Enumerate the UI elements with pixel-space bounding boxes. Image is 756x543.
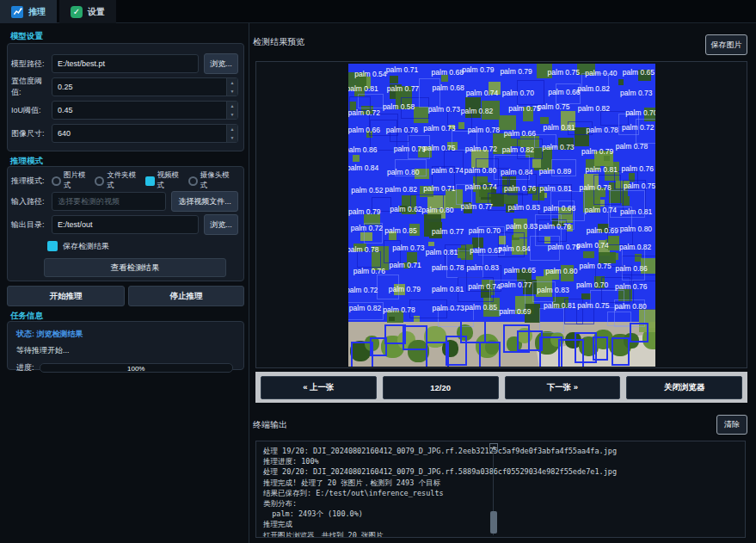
terminal-output[interactable]: 处理 19/20: DJI_20240802160412_0079_D_JPG.…: [255, 441, 746, 538]
terminal-scrollbar-button[interactable]: [489, 443, 498, 452]
detection-label: palm 0.81: [544, 301, 575, 310]
detection-label: palm 0.78: [348, 245, 378, 254]
detection-label: palm 0.68: [544, 204, 575, 213]
mode-option-2[interactable]: 视频模式: [145, 170, 184, 191]
detection-label: palm 0.66: [504, 129, 536, 138]
confidence-spinner[interactable]: ▲▼: [226, 78, 237, 96]
detection-label: palm 0.79: [581, 147, 613, 156]
detection-label: palm 0.72: [348, 108, 380, 117]
input-path-input[interactable]: [52, 192, 166, 211]
detection-label: palm 0.75: [423, 144, 455, 152]
tab-settings[interactable]: ✓ 设置: [59, 0, 116, 23]
confidence-input[interactable]: [52, 77, 238, 96]
image-index-button[interactable]: 12/20: [383, 376, 499, 399]
detection-label: palm 0.81: [432, 285, 464, 293]
detection-box: [419, 78, 440, 108]
detection-label: palm 0.76: [622, 164, 654, 173]
terminal-scrollbar-thumb[interactable]: [490, 511, 497, 534]
mode-option-1[interactable]: 文件夹模式: [95, 170, 140, 191]
detection-label: palm 0.70: [625, 108, 655, 117]
detection-label: palm 0.70: [576, 281, 608, 289]
detection-label: palm 0.80: [545, 267, 577, 275]
output-browse-button[interactable]: 浏览...: [204, 214, 238, 235]
spinner-down-icon[interactable]: ▼: [227, 87, 237, 96]
detection-label: palm 0.68: [432, 68, 464, 77]
spinner-up-icon[interactable]: ▲: [227, 102, 237, 110]
model-settings-group: 模型路径: 浏览... 置信度阈值: ▲▼ IoU阈值: ▲▼ 图像尺寸:: [7, 43, 244, 151]
spinner-up-icon[interactable]: ▲: [227, 125, 237, 133]
model-browse-button[interactable]: 浏览...: [204, 53, 238, 74]
detection-label: palm 0.77: [387, 84, 419, 93]
detection-label: palm 0.52: [351, 186, 383, 194]
detection-label: palm 0.71: [389, 261, 421, 269]
detection-label: palm 0.70: [469, 226, 501, 235]
imgsz-spinner[interactable]: ▲▼: [226, 125, 237, 142]
detection-label: palm 0.67: [470, 246, 501, 255]
spinner-up-icon[interactable]: ▲: [227, 78, 237, 87]
clear-terminal-button[interactable]: 清除: [716, 415, 747, 435]
detection-label: palm 0.73: [432, 304, 464, 312]
detection-label: palm 0.79: [500, 67, 532, 76]
spinner-down-icon[interactable]: ▼: [227, 133, 237, 142]
model-path-input[interactable]: [52, 54, 199, 73]
palm-canopy-patch: [583, 251, 594, 258]
detection-label: palm 0.73: [392, 244, 424, 252]
detection-label: palm 0.40: [585, 69, 617, 77]
view-results-button[interactable]: 查看检测结果: [44, 258, 226, 277]
select-video-button[interactable]: 选择视频文件...: [171, 191, 238, 212]
detection-label: palm 0.80: [421, 206, 453, 214]
detection-label: palm 0.83: [508, 203, 540, 212]
next-image-button[interactable]: 下一张 »: [505, 376, 621, 399]
save-results-checkbox[interactable]: [47, 241, 58, 251]
progress-label: 进度:: [16, 362, 34, 373]
radio-selected-icon[interactable]: [145, 176, 155, 186]
detection-label: palm 0.82: [385, 185, 417, 194]
detection-label: palm 0.83: [537, 286, 569, 294]
start-inference-button[interactable]: 开始推理: [7, 286, 125, 306]
detection-label: palm 0.82: [349, 304, 381, 312]
detection-label: palm 0.71: [386, 65, 418, 74]
detection-label: palm 0.82: [578, 104, 610, 113]
image-size-input[interactable]: [52, 124, 238, 143]
detection-label: palm 0.81: [620, 207, 652, 216]
tab-bar: 推理 ✓ 设置: [0, 0, 756, 23]
palm-canopy-patch: [604, 156, 610, 161]
mode-option-0[interactable]: 图片模式: [52, 170, 90, 191]
close-browser-button[interactable]: 关闭浏览器: [626, 376, 742, 399]
iou-input[interactable]: [52, 101, 238, 120]
iou-label: IoU阈值:: [11, 105, 52, 116]
detection-label: palm 0.82: [502, 145, 534, 154]
detection-label: palm 0.79: [548, 243, 580, 251]
detection-image: palm 0.54palm 0.71palm 0.68palm 0.79palm…: [348, 64, 655, 367]
detection-label: palm 0.78: [579, 183, 611, 192]
mode-option-3[interactable]: 摄像头模式: [188, 170, 234, 191]
detection-box: [593, 336, 609, 361]
app-window: 推理 ✓ 设置 模型设置 模型路径: 浏览... 置信度阈值: ▲▼ IoU: [0, 0, 756, 543]
spinner-down-icon[interactable]: ▼: [227, 110, 237, 119]
detection-label: palm 0.83: [467, 263, 499, 272]
radio-icon[interactable]: [95, 176, 104, 186]
detection-label: palm 0.73: [423, 124, 455, 133]
iou-spinner[interactable]: ▲▼: [226, 102, 237, 119]
save-image-button[interactable]: 保存图片: [705, 34, 747, 55]
detection-label: palm 0.83: [506, 222, 538, 231]
detection-label: palm 0.85: [384, 226, 416, 235]
detection-label: palm 0.66: [548, 88, 580, 96]
detection-label: palm 0.72: [465, 145, 497, 153]
palm-canopy-patch: [428, 242, 434, 246]
detection-label: palm 0.54: [354, 70, 386, 78]
radio-icon[interactable]: [188, 176, 198, 186]
detection-label: palm 0.77: [432, 227, 464, 236]
radio-icon[interactable]: [52, 176, 61, 186]
output-dir-input[interactable]: [52, 215, 199, 234]
detection-label: palm 0.74: [468, 282, 500, 291]
detection-label: palm 0.76: [504, 184, 536, 193]
tab-inference-label: 推理: [28, 6, 46, 18]
stop-inference-button[interactable]: 停止推理: [128, 286, 244, 306]
prev-image-button[interactable]: « 上一张: [261, 376, 377, 399]
detection-label: palm 0.81: [539, 184, 571, 193]
detection-box: [460, 320, 486, 344]
detection-label: palm 0.79: [394, 145, 426, 153]
tab-inference[interactable]: 推理: [0, 0, 57, 23]
detection-label: palm 0.81: [586, 165, 618, 174]
